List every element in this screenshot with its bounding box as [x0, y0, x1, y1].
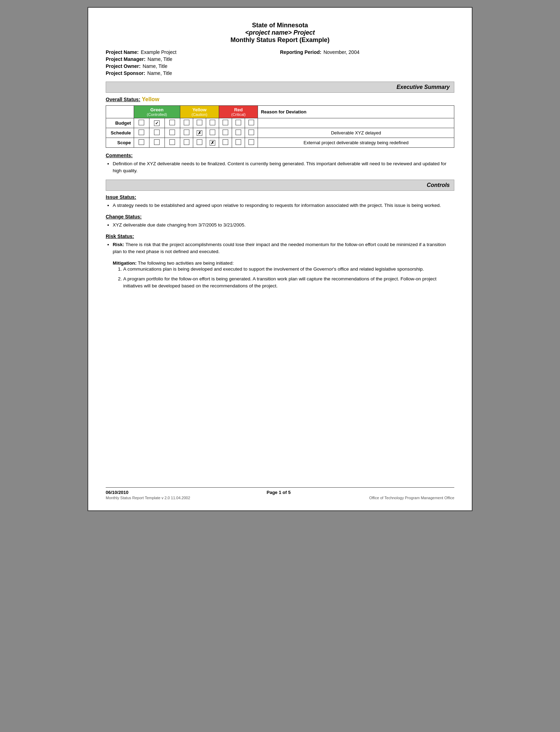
overall-status-value: Yellow — [142, 96, 159, 102]
footer-template-note: Monthly Status Report Template v 2.0 11.… — [106, 496, 190, 500]
yellow-cb-0-1 — [193, 118, 206, 128]
issue-item: A strategy needs to be established and a… — [113, 202, 454, 209]
overall-status-row: Overall Status: Yellow — [106, 96, 454, 103]
project-name-value: Example Project — [141, 49, 176, 55]
yellow-cb-1-1: ✗ — [193, 128, 206, 138]
green-cb-0-0 — [134, 118, 149, 128]
yellow-cb-0-2 — [206, 118, 219, 128]
footer-page: Page 1 of 5 — [267, 490, 291, 495]
meta-left: Project Name: Example Project Project Ma… — [106, 49, 280, 76]
project-owner-value: Name, Title — [143, 63, 168, 69]
executive-summary-header: Executive Summary — [106, 82, 454, 93]
reporting-period-row: Reporting Period: November, 2004 — [280, 49, 359, 55]
change-status-label: Change Status: — [106, 214, 454, 219]
green-cb-2-1 — [149, 138, 164, 148]
mitigation-list: A communications plan is being developed… — [123, 266, 454, 290]
yellow-header: Yellow (Caution) — [180, 106, 219, 118]
overall-status-label: Overall Status: — [106, 97, 140, 102]
red-cb-0-1 — [232, 118, 245, 128]
issue-status-list: A strategy needs to be established and a… — [113, 202, 454, 209]
meta-right: Reporting Period: November, 2004 — [280, 49, 454, 76]
risk-status-list: Risk: There is risk that the project acc… — [113, 241, 454, 256]
project-manager-value: Name, Title — [148, 56, 173, 62]
footer-office: Office of Technology Program Management … — [369, 496, 454, 500]
project-name-label: Project Name: — [106, 49, 139, 55]
title-line1: State of Minnesota — [106, 22, 454, 29]
risk-item: Risk: There is risk that the project acc… — [113, 241, 454, 256]
yellow-cb-1-2 — [206, 128, 219, 138]
reporting-period-value: November, 2004 — [323, 49, 359, 55]
risk-status-label: Risk Status: — [106, 233, 454, 239]
red-cb-0-0 — [219, 118, 232, 128]
green-cb-0-2 — [164, 118, 180, 128]
reason-1: Deliverable XYZ delayed — [258, 128, 454, 138]
red-header: Red (Critical) — [219, 106, 258, 118]
controls-title: Controls — [427, 182, 450, 188]
status-row-label-1: Schedule — [106, 128, 134, 138]
green-cb-2-0 — [134, 138, 149, 148]
project-manager-row: Project Manager: Name, Title — [106, 56, 280, 62]
comments-list: Definition of the XYZ deliverable needs … — [113, 160, 454, 175]
document-header: State of Minnesota <project name> Projec… — [106, 22, 454, 44]
reporting-period-label: Reporting Period: — [280, 49, 321, 55]
status-row-label-2: Scope — [106, 138, 134, 148]
red-cb-1-1 — [232, 128, 245, 138]
reason-0 — [258, 118, 454, 128]
mitigation-bold: Mitigation: — [113, 260, 136, 266]
green-cb-1-0 — [134, 128, 149, 138]
project-owner-label: Project Owner: — [106, 63, 141, 69]
green-cb-0-1: ✓ — [149, 118, 164, 128]
project-owner-row: Project Owner: Name, Title — [106, 63, 280, 69]
change-item: XYZ deliverable due date changing from 3… — [113, 222, 454, 229]
yellow-cb-2-2: ✗ — [206, 138, 219, 148]
comment-item: Definition of the XYZ deliverable needs … — [113, 160, 454, 175]
mitigation-item: A program portfolio for the follow-on ef… — [123, 276, 454, 290]
red-cb-0-2 — [245, 118, 258, 128]
page-container: State of Minnesota <project name> Projec… — [88, 7, 472, 511]
red-cb-2-1 — [232, 138, 245, 148]
green-cb-1-1 — [149, 128, 164, 138]
meta-grid: Project Name: Example Project Project Ma… — [106, 49, 454, 76]
mitigation-intro: The following two activities are being i… — [136, 260, 233, 266]
executive-summary-title: Executive Summary — [397, 84, 450, 90]
project-name-row: Project Name: Example Project — [106, 49, 280, 55]
footer-bottom: Monthly Status Report Template v 2.0 11.… — [106, 496, 454, 500]
red-cb-1-0 — [219, 128, 232, 138]
yellow-cb-0-0 — [180, 118, 193, 128]
yellow-cb-2-1 — [193, 138, 206, 148]
issue-status-label: Issue Status: — [106, 194, 454, 200]
yellow-cb-1-0 — [180, 128, 193, 138]
project-sponsor-label: Project Sponsor: — [106, 70, 145, 76]
green-cb-2-2 — [164, 138, 180, 148]
red-cb-1-2 — [245, 128, 258, 138]
mitigation-item: A communications plan is being developed… — [123, 266, 454, 273]
green-cb-1-2 — [164, 128, 180, 138]
project-sponsor-row: Project Sponsor: Name, Title — [106, 70, 280, 76]
footer-top: 06/10/2010 Page 1 of 5 placeholder — [106, 490, 454, 495]
footer: 06/10/2010 Page 1 of 5 placeholder Month… — [106, 487, 454, 500]
risk-text: There is risk that the project accomplis… — [113, 242, 446, 254]
mitigation-block: Mitigation: The following two activities… — [113, 260, 454, 290]
project-sponsor-value: Name, Title — [147, 70, 172, 76]
reason-2: External project deliverable strategy be… — [258, 138, 454, 148]
green-header: Green (Controlled) — [134, 106, 180, 118]
title-line3: Monthly Status Report (Example) — [106, 36, 454, 44]
red-cb-2-2 — [245, 138, 258, 148]
footer-date: 06/10/2010 — [106, 490, 128, 495]
controls-header: Controls — [106, 180, 454, 191]
change-status-list: XYZ deliverable due date changing from 3… — [113, 222, 454, 229]
title-line2: <project name> Project — [106, 29, 454, 36]
project-manager-label: Project Manager: — [106, 56, 146, 62]
yellow-cb-2-0 — [180, 138, 193, 148]
comments-label: Comments: — [106, 153, 454, 158]
status-table: Green (Controlled) Yellow (Caution) Red … — [106, 105, 454, 148]
red-cb-2-0 — [219, 138, 232, 148]
status-row-label-0: Budget — [106, 118, 134, 128]
reason-header: Reason for Deviation — [258, 106, 454, 118]
risk-bold: Risk: — [113, 242, 124, 247]
